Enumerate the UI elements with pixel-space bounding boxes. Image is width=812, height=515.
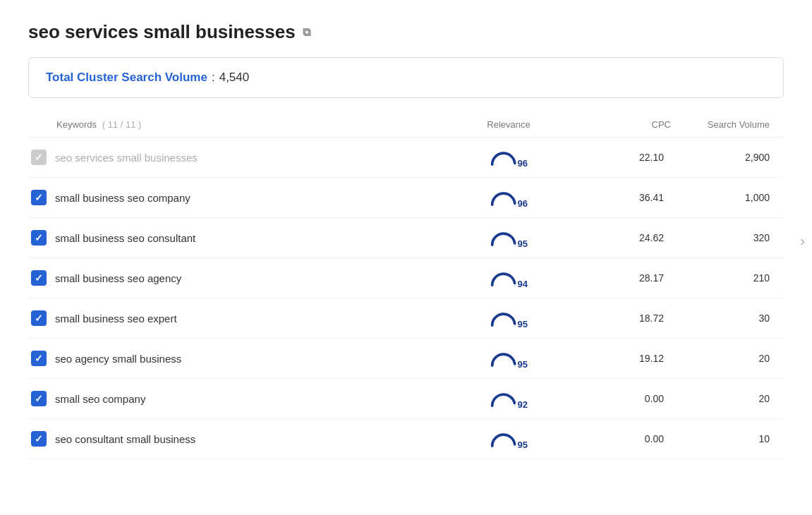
gauge-wrap: 95 xyxy=(490,305,528,331)
cluster-volume-box: Total Cluster Search Volume : 4,540 xyxy=(28,57,784,98)
gauge-value: 96 xyxy=(518,158,528,169)
gauge-svg xyxy=(490,225,518,250)
page-title-text: seo services small businesses xyxy=(28,21,296,43)
cpc-cell: 18.72 xyxy=(572,313,671,324)
copy-icon[interactable]: ⧉ xyxy=(303,26,310,39)
gauge-svg xyxy=(490,346,518,371)
checkbox-checked[interactable] xyxy=(31,190,47,205)
gauge-wrap: 96 xyxy=(490,185,528,210)
keyword-text: small business seo consultant xyxy=(55,232,195,244)
cluster-volume-label: Total Cluster Search Volume xyxy=(46,71,207,85)
volume-cell: 20 xyxy=(671,353,784,364)
table-row: seo consultant small business 95 0.00 10 xyxy=(28,419,784,459)
checkbox-wrapper[interactable] xyxy=(31,150,47,165)
keyword-text: small business seo agency xyxy=(55,272,181,284)
volume-cell: 1,000 xyxy=(671,192,784,203)
cpc-cell: 0.00 xyxy=(572,393,671,404)
volume-cell: 30 xyxy=(671,313,784,324)
cluster-volume-value: 4,540 xyxy=(219,71,250,85)
table-row: small business seo agency 94 28.17 210 xyxy=(28,258,784,298)
checkbox-wrapper[interactable] xyxy=(31,310,47,326)
gauge-cell: 95 xyxy=(445,225,572,250)
keyword-text: seo services small businesses xyxy=(55,152,198,164)
checkbox-checked[interactable] xyxy=(31,391,47,406)
gauge-svg xyxy=(490,185,518,210)
gauge-wrap: 95 xyxy=(490,346,528,371)
page-wrapper: › seo services small businesses ⧉ Total … xyxy=(0,0,812,480)
cpc-cell: 0.00 xyxy=(572,433,671,444)
gauge-svg xyxy=(490,145,518,170)
col-header-keywords: Keywords ( 11 / 11 ) xyxy=(28,119,445,130)
gauge-cell: 95 xyxy=(445,426,572,452)
gauge-wrap: 95 xyxy=(490,426,528,452)
gauge-svg xyxy=(490,426,518,452)
chevron-right-icon[interactable]: › xyxy=(800,232,805,248)
gauge-value: 95 xyxy=(518,319,528,329)
volume-cell: 20 xyxy=(671,393,784,404)
checkbox-wrapper[interactable] xyxy=(31,391,47,406)
gauge-cell: 95 xyxy=(445,305,572,331)
keyword-cell: seo agency small business xyxy=(28,351,445,366)
checkbox-checked[interactable] xyxy=(31,230,47,246)
checkbox-wrapper[interactable] xyxy=(31,230,47,246)
checkbox-checked[interactable] xyxy=(31,431,47,447)
checkbox-checked[interactable] xyxy=(31,270,47,286)
keyword-text: small seo company xyxy=(55,393,145,405)
gauge-value: 94 xyxy=(518,279,528,289)
col-header-cpc: CPC xyxy=(572,119,671,130)
page-title: seo services small businesses ⧉ xyxy=(28,21,784,43)
keywords-table: Keywords ( 11 / 11 ) Relevance CPC Searc… xyxy=(28,115,784,459)
gauge-cell: 94 xyxy=(445,265,572,291)
gauge-wrap: 95 xyxy=(490,225,528,250)
checkbox-wrapper[interactable] xyxy=(31,431,47,447)
table-header: Keywords ( 11 / 11 ) Relevance CPC Searc… xyxy=(28,115,784,138)
checkbox-wrapper[interactable] xyxy=(31,270,47,286)
keyword-cell: small business seo consultant xyxy=(28,230,445,246)
cluster-volume-sep: : xyxy=(212,71,215,85)
checkbox-checked[interactable] xyxy=(31,310,47,326)
volume-cell: 320 xyxy=(671,232,784,243)
gauge-cell: 92 xyxy=(445,386,572,411)
gauge-value: 95 xyxy=(518,238,528,249)
keyword-cell: small business seo agency xyxy=(28,270,445,286)
gauge-svg xyxy=(490,386,518,411)
gauge-value: 92 xyxy=(518,399,528,410)
checkbox-wrapper[interactable] xyxy=(31,351,47,366)
gauge-value: 95 xyxy=(518,359,528,370)
keyword-cell: small seo company xyxy=(28,391,445,406)
keyword-text: small business seo expert xyxy=(55,313,177,325)
keyword-cell: seo services small businesses xyxy=(28,150,445,165)
table-row: small business seo company 96 36.41 1,00… xyxy=(28,178,784,218)
checkbox-disabled[interactable] xyxy=(31,150,47,165)
cpc-cell: 24.62 xyxy=(572,232,671,243)
checkbox-checked[interactable] xyxy=(31,351,47,366)
keyword-cell: small business seo expert xyxy=(28,310,445,326)
table-row: seo services small businesses 96 22.10 2… xyxy=(28,138,784,178)
gauge-cell: 96 xyxy=(445,145,572,170)
gauge-value: 95 xyxy=(518,440,528,450)
cpc-cell: 22.10 xyxy=(572,152,671,163)
volume-cell: 10 xyxy=(671,433,784,444)
volume-cell: 2,900 xyxy=(671,152,784,163)
cpc-cell: 36.41 xyxy=(572,192,671,203)
table-row: seo agency small business 95 19.12 20 xyxy=(28,339,784,379)
keyword-cell: small business seo company xyxy=(28,190,445,205)
checkbox-wrapper[interactable] xyxy=(31,190,47,205)
col-header-relevance: Relevance xyxy=(445,119,572,130)
gauge-cell: 95 xyxy=(445,346,572,371)
cpc-cell: 19.12 xyxy=(572,353,671,364)
table-row: small seo company 92 0.00 20 xyxy=(28,379,784,419)
gauge-wrap: 94 xyxy=(490,265,528,291)
gauge-wrap: 96 xyxy=(490,145,528,170)
gauge-value: 96 xyxy=(518,198,528,209)
keyword-text: seo agency small business xyxy=(55,353,181,365)
keyword-text: seo consultant small business xyxy=(55,433,195,445)
keyword-cell: seo consultant small business xyxy=(28,431,445,447)
volume-cell: 210 xyxy=(671,272,784,284)
keyword-text: small business seo company xyxy=(55,192,190,204)
col-header-volume: Search Volume xyxy=(671,119,784,130)
gauge-cell: 96 xyxy=(445,185,572,210)
gauge-wrap: 92 xyxy=(490,386,528,411)
table-rows: seo services small businesses 96 22.10 2… xyxy=(28,138,784,459)
gauge-svg xyxy=(490,265,518,291)
